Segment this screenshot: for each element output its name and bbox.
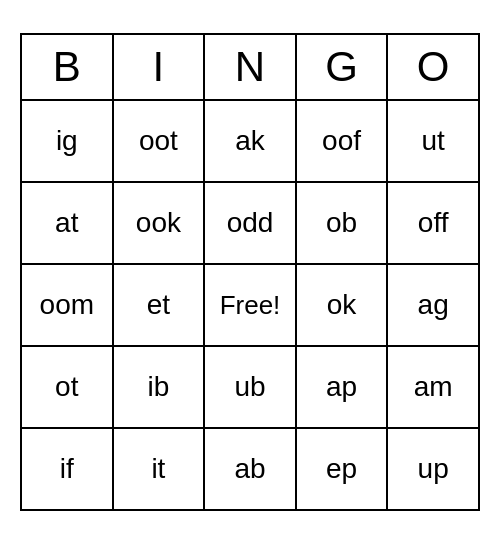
bingo-row-1: atookoddoboff bbox=[22, 183, 478, 265]
bingo-row-3: otibubapam bbox=[22, 347, 478, 429]
bingo-cell-3-3: ap bbox=[297, 347, 389, 427]
bingo-cell-2-2: Free! bbox=[205, 265, 297, 345]
bingo-cell-1-3: ob bbox=[297, 183, 389, 263]
bingo-cell-3-2: ub bbox=[205, 347, 297, 427]
bingo-body: igootakoofutatookoddoboffoometFree!okago… bbox=[22, 101, 478, 509]
bingo-header: BINGO bbox=[22, 35, 478, 101]
bingo-row-2: oometFree!okag bbox=[22, 265, 478, 347]
bingo-cell-1-2: odd bbox=[205, 183, 297, 263]
bingo-cell-1-1: ook bbox=[114, 183, 206, 263]
header-cell-i: I bbox=[114, 35, 206, 99]
bingo-cell-4-0: if bbox=[22, 429, 114, 509]
bingo-cell-4-4: up bbox=[388, 429, 478, 509]
bingo-cell-1-0: at bbox=[22, 183, 114, 263]
bingo-cell-2-1: et bbox=[114, 265, 206, 345]
bingo-cell-4-2: ab bbox=[205, 429, 297, 509]
header-cell-g: G bbox=[297, 35, 389, 99]
bingo-cell-0-4: ut bbox=[388, 101, 478, 181]
header-cell-o: O bbox=[388, 35, 478, 99]
bingo-cell-1-4: off bbox=[388, 183, 478, 263]
bingo-row-0: igootakoofut bbox=[22, 101, 478, 183]
bingo-cell-4-3: ep bbox=[297, 429, 389, 509]
bingo-cell-2-4: ag bbox=[388, 265, 478, 345]
bingo-cell-0-1: oot bbox=[114, 101, 206, 181]
bingo-cell-3-0: ot bbox=[22, 347, 114, 427]
bingo-cell-3-1: ib bbox=[114, 347, 206, 427]
bingo-cell-4-1: it bbox=[114, 429, 206, 509]
bingo-cell-2-0: oom bbox=[22, 265, 114, 345]
bingo-cell-0-0: ig bbox=[22, 101, 114, 181]
bingo-cell-0-2: ak bbox=[205, 101, 297, 181]
bingo-cell-0-3: oof bbox=[297, 101, 389, 181]
bingo-row-4: ifitabepup bbox=[22, 429, 478, 509]
header-cell-b: B bbox=[22, 35, 114, 99]
bingo-cell-3-4: am bbox=[388, 347, 478, 427]
bingo-card: BINGO igootakoofutatookoddoboffoometFree… bbox=[20, 33, 480, 511]
header-cell-n: N bbox=[205, 35, 297, 99]
bingo-cell-2-3: ok bbox=[297, 265, 389, 345]
